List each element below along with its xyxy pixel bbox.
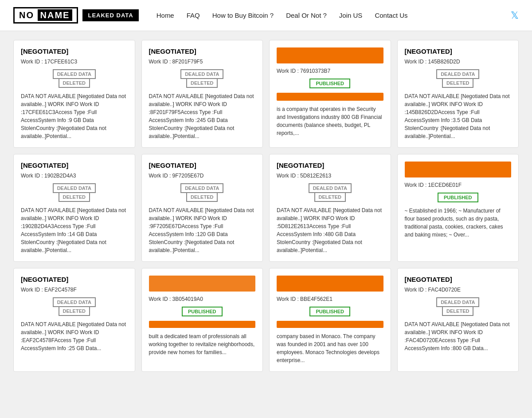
cards-row-2: [NEGOTIATED] Work ID : 1902B2D4A3 DEALED… — [13, 154, 519, 262]
dealed-badge: DEALED DATA DELETED — [149, 183, 256, 202]
main-nav: Home FAQ How to Buy Bitcoin ? Deal Or No… — [156, 12, 511, 19]
work-id: Work ID : 17CFEE61C3 — [21, 59, 128, 65]
card-1-2[interactable]: [NEGOTIATED] Work ID : 8F201F79F5 DEALED… — [141, 40, 263, 148]
dealed-badge: DEALED DATA DELETED — [405, 297, 512, 316]
dealed-line1: DEALED DATA — [309, 183, 352, 193]
cards-row-3: [NEGOTIATED] Work ID : EAF2C4578F DEALED… — [13, 268, 519, 372]
card-title: [NEGOTIATED] — [149, 47, 256, 55]
company-sub-bar — [277, 321, 383, 328]
published-badge: PUBLISHED — [182, 307, 223, 316]
dealed-line1: DEALED DATA — [180, 183, 223, 193]
nav-home[interactable]: Home — [156, 12, 174, 19]
work-id: Work ID : 145B826D2D — [405, 59, 512, 65]
company-image-bar — [405, 162, 512, 177]
card-2-4[interactable]: Work ID : 1ECED6E01F PUBLISHED ~ Establi… — [397, 154, 519, 262]
published-badge-container: PUBLISHED — [277, 307, 383, 316]
work-id: Work ID : 1902B2D4A3 — [21, 173, 128, 179]
work-id: Work ID : BBE4F562E1 — [277, 296, 383, 302]
card-text: DATA NOT AVAILABLE [Negotiated Data not … — [405, 92, 512, 140]
published-badge-container: PUBLISHED — [277, 79, 383, 88]
card-title: [NEGOTIATED] — [21, 276, 128, 283]
card-title: [NEGOTIATED] — [405, 47, 512, 55]
leaked-data-badge: LEAKED DATA — [82, 9, 138, 21]
dealed-badge: DEALED DATA DELETED — [21, 297, 128, 316]
site-header: NO NAME LEAKED DATA Home FAQ How to Buy … — [0, 0, 532, 31]
dealed-badge: DEALED DATA DELETED — [405, 69, 512, 88]
dealed-line1: DEALED DATA — [180, 69, 223, 79]
card-1-4[interactable]: [NEGOTIATED] Work ID : 145B826D2D DEALED… — [397, 40, 519, 148]
card-2-3[interactable]: [NEGOTIATED] Work ID : 5D812E2613 DEALED… — [269, 154, 391, 262]
card-3-3[interactable]: Work ID : BBE4F562E1 PUBLISHED company b… — [269, 268, 391, 372]
card-2-1[interactable]: [NEGOTIATED] Work ID : 1902B2D4A3 DEALED… — [13, 154, 135, 262]
card-text: is a company that operates in the Securi… — [277, 105, 383, 137]
work-id: Work ID : EAF2C4578F — [21, 287, 128, 293]
dealed-line1: DEALED DATA — [53, 183, 96, 193]
nav-join[interactable]: Join US — [339, 12, 363, 19]
dealed-badge: DEALED DATA DELETED — [149, 69, 256, 88]
company-sub-bar — [149, 321, 256, 328]
card-text: DATA NOT AVAILABLE [Negotiated Data not … — [149, 92, 256, 140]
company-image-bar — [277, 47, 383, 63]
card-title: [NEGOTIATED] — [405, 276, 512, 283]
dealed-line2: DELETED — [442, 307, 473, 316]
published-badge: PUBLISHED — [309, 307, 350, 316]
work-id: Work ID : 3B054019A0 — [149, 296, 256, 302]
dealed-line2: DELETED — [442, 79, 473, 88]
card-3-1[interactable]: [NEGOTIATED] Work ID : EAF2C4578F DEALED… — [13, 268, 135, 372]
company-image-bar — [277, 276, 383, 292]
company-image-bar — [149, 276, 256, 292]
nav-contact[interactable]: Contact Us — [375, 12, 407, 19]
logo-text: NO NAME — [13, 7, 78, 24]
work-id: Work ID : FAC4D0720E — [405, 287, 512, 293]
dealed-badge: DEALED DATA DELETED — [277, 183, 383, 202]
card-2-2[interactable]: [NEGOTIATED] Work ID : 9F7205E67D DEALED… — [141, 154, 263, 262]
dealed-line2: DELETED — [314, 193, 346, 202]
card-text: DATA NOT AVAILABLE [Negotiated Data not … — [21, 206, 128, 254]
dealed-line1: DEALED DATA — [436, 69, 479, 79]
dealed-line1: DEALED DATA — [53, 297, 96, 307]
card-title: [NEGOTIATED] — [21, 47, 128, 55]
card-title: [NEGOTIATED] — [149, 162, 256, 169]
dealed-line2: DELETED — [59, 307, 90, 316]
card-title: [NEGOTIATED] — [277, 162, 383, 169]
card-3-2[interactable]: Work ID : 3B054019A0 PUBLISHED built a d… — [141, 268, 263, 372]
card-3-4[interactable]: [NEGOTIATED] Work ID : FAC4D0720E DEALED… — [397, 268, 519, 372]
work-id: Work ID : 9F7205E67D — [149, 173, 256, 179]
cards-row-1: [NEGOTIATED] Work ID : 17CFEE61C3 DEALED… — [13, 40, 519, 148]
card-text: built a dedicated team of professionals … — [149, 332, 256, 356]
published-badge: PUBLISHED — [438, 193, 478, 202]
card-text: company based in Monaco. The company was… — [277, 332, 383, 364]
published-badge: PUBLISHED — [309, 79, 350, 88]
logo: NO NAME LEAKED DATA — [13, 7, 139, 24]
card-text: DATA NOT AVAILABLE [Negotiated Data not … — [277, 206, 383, 254]
nav-deal[interactable]: Deal Or Not ? — [286, 12, 327, 19]
work-id: Work ID : 5D812E2613 — [277, 173, 383, 179]
dealed-line2: DELETED — [186, 193, 218, 202]
company-image-bar-2 — [277, 93, 383, 101]
work-id: Work ID : 76910373B7 — [277, 68, 383, 74]
card-text: DATA NOT AVAILABLE [Negotiated Data not … — [149, 206, 256, 254]
dealed-line2: DELETED — [186, 79, 218, 88]
dealed-line1: DEALED DATA — [53, 69, 96, 79]
published-badge-container: PUBLISHED — [405, 193, 512, 202]
dealed-line1: DEALED DATA — [436, 297, 479, 307]
twitter-icon[interactable]: 𝕏 — [511, 10, 519, 21]
published-badge-container: PUBLISHED — [149, 307, 256, 316]
work-id: Work ID : 8F201F79F5 — [149, 59, 256, 65]
dealed-badge: DEALED DATA DELETED — [21, 69, 128, 88]
dealed-line2: DELETED — [59, 79, 90, 88]
card-text: ~ Established in 1966; ~ Manufacturer of… — [405, 207, 512, 239]
card-1-1[interactable]: [NEGOTIATED] Work ID : 17CFEE61C3 DEALED… — [13, 40, 135, 148]
main-content: [NEGOTIATED] Work ID : 17CFEE61C3 DEALED… — [0, 31, 532, 387]
card-title: [NEGOTIATED] — [21, 162, 128, 169]
card-text: DATA NOT AVAILABLE [Negotiated Data not … — [21, 320, 128, 352]
work-id: Work ID : 1ECED6E01F — [405, 182, 512, 188]
dealed-badge: DEALED DATA DELETED — [21, 183, 128, 202]
card-text: DATA NOT AVAILABLE [Negotiated Data not … — [21, 92, 128, 140]
nav-faq[interactable]: FAQ — [187, 12, 200, 19]
dealed-line2: DELETED — [59, 193, 90, 202]
card-text: DATA NOT AVAILABLE [Negotiated Data not … — [405, 320, 512, 352]
nav-bitcoin[interactable]: How to Buy Bitcoin ? — [212, 12, 274, 19]
card-1-3[interactable]: Work ID : 76910373B7 PUBLISHED is a comp… — [269, 40, 391, 148]
